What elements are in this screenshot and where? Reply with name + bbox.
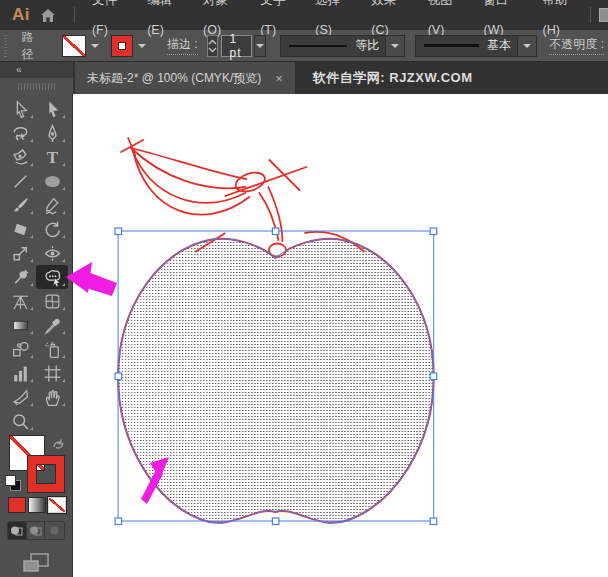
- slice-tool[interactable]: [4, 385, 36, 409]
- blend-tool[interactable]: [4, 337, 36, 361]
- apply-color-button[interactable]: [9, 498, 25, 512]
- eraser-tool-icon: [11, 220, 30, 239]
- direct-selection-tool-icon: [43, 100, 62, 119]
- eraser-tool[interactable]: [4, 217, 36, 241]
- arrange-documents-icon[interactable]: [599, 8, 608, 22]
- fill-color-swatch[interactable]: [63, 36, 85, 56]
- width-profile-dropdown[interactable]: [385, 35, 405, 57]
- apply-gradient-button[interactable]: [29, 498, 45, 512]
- selection-handle[interactable]: [430, 518, 437, 525]
- stroke-weight-dropdown[interactable]: [254, 35, 266, 57]
- opacity-panel-link[interactable]: 不透明度 :: [549, 36, 604, 55]
- tab-close-icon[interactable]: ×: [275, 71, 283, 86]
- shaper-tool[interactable]: [36, 193, 68, 217]
- draw-behind-icon: [29, 525, 42, 536]
- artboard-tool[interactable]: [36, 361, 68, 385]
- brush-select[interactable]: 基本: [415, 35, 537, 57]
- hand-tool-icon: [43, 388, 62, 407]
- artboard-canvas[interactable]: [73, 94, 608, 577]
- draw-inside-icon: [48, 525, 61, 536]
- curvature-tool-icon: [11, 148, 30, 167]
- stepper-up-icon: [208, 39, 217, 45]
- direct-selection-tool[interactable]: [36, 97, 68, 121]
- width-profile-preview: [289, 45, 347, 47]
- pen-tool-icon: [43, 124, 62, 143]
- draw-inside-button[interactable]: [45, 522, 64, 539]
- width-tool[interactable]: [36, 241, 68, 265]
- ellipse-tool[interactable]: [36, 169, 68, 193]
- eyedropper-tool[interactable]: [36, 313, 68, 337]
- selection-handle[interactable]: [115, 373, 122, 380]
- stroke-panel-link[interactable]: 描边 :: [167, 36, 198, 55]
- type-tool[interactable]: [36, 145, 68, 169]
- brush-dropdown[interactable]: [517, 35, 537, 57]
- shape-builder-tool-icon: [43, 268, 62, 287]
- width-tool-icon: [43, 244, 62, 263]
- pen-tool[interactable]: [36, 121, 68, 145]
- selection-handle[interactable]: [272, 518, 279, 525]
- chevron-down-icon: [523, 44, 531, 48]
- fill-stroke-indicator: [0, 436, 72, 494]
- selection-tool[interactable]: [4, 97, 36, 121]
- column-graph-tool[interactable]: [4, 361, 36, 385]
- mesh-tool[interactable]: [36, 289, 68, 313]
- swap-fill-stroke-button[interactable]: [52, 437, 65, 455]
- puppet-warp-tool[interactable]: [4, 265, 36, 289]
- toolbar-grip[interactable]: [0, 78, 73, 94]
- stroke-weight-stepper[interactable]: [207, 35, 218, 57]
- rotate-tool[interactable]: [36, 217, 68, 241]
- menu-items: 文件(F)编辑(E)对象(O)文字(T)选择(S)效果(C)视图(V)窗口(W)…: [83, 0, 590, 30]
- eyedropper-tool-icon: [43, 316, 62, 335]
- type-tool-icon: [43, 148, 62, 167]
- selection-handle[interactable]: [430, 228, 437, 235]
- selection-handle[interactable]: [115, 518, 122, 525]
- lasso-tool-icon: [11, 124, 30, 143]
- draw-normal-icon: [10, 525, 23, 536]
- mesh-tool-icon: [43, 292, 62, 311]
- hand-tool[interactable]: [36, 385, 68, 409]
- chevron-down-icon: [391, 44, 399, 48]
- stroke-color-swatch[interactable]: [112, 36, 132, 56]
- symbol-sprayer-tool[interactable]: [36, 337, 68, 361]
- gradient-tool[interactable]: [4, 313, 36, 337]
- line-segment-tool-icon: [11, 172, 30, 191]
- shape-builder-tool[interactable]: [36, 265, 68, 289]
- tools-panel: [0, 94, 73, 577]
- stroke-weight-input[interactable]: 1 pt: [221, 35, 253, 57]
- change-screen-mode-button[interactable]: [21, 552, 51, 574]
- zoom-tool[interactable]: [4, 409, 36, 433]
- stroke-proxy-swatch[interactable]: [28, 456, 64, 492]
- home-button[interactable]: [40, 8, 56, 23]
- home-icon: [40, 8, 56, 23]
- chevron-down-icon: [91, 44, 99, 48]
- panel-grip[interactable]: [4, 35, 7, 57]
- selection-handle[interactable]: [115, 228, 122, 235]
- fill-swatch-dropdown[interactable]: [88, 36, 102, 56]
- swap-arrows-icon: [52, 439, 65, 451]
- empty-tool-slot: [36, 409, 68, 433]
- stroke-swatch-dropdown[interactable]: [135, 36, 149, 56]
- line-segment-tool[interactable]: [4, 169, 36, 193]
- curvature-tool[interactable]: [4, 145, 36, 169]
- paintbrush-tool[interactable]: [4, 193, 36, 217]
- apply-none-button[interactable]: [49, 498, 65, 512]
- draw-behind-button[interactable]: [27, 522, 46, 539]
- document-tab[interactable]: 未标题-2* @ 100% (CMYK/预览) ×: [75, 62, 295, 94]
- width-profile-select[interactable]: 等比: [280, 35, 405, 57]
- gradient-tool-icon: [11, 316, 30, 335]
- toolbar-collapse-button[interactable]: «: [0, 62, 73, 78]
- drawing-mode-buttons: [7, 521, 65, 540]
- illustrator-logo: Ai: [12, 5, 30, 25]
- watermark-text: 软件自学网: RJZXW.COM: [313, 62, 473, 94]
- zoom-tool-icon: [11, 412, 30, 431]
- perspective-grid-tool[interactable]: [4, 289, 36, 313]
- selection-handle[interactable]: [272, 228, 279, 235]
- default-fill-stroke-button[interactable]: [6, 476, 20, 490]
- column-graph-tool-icon: [11, 364, 30, 383]
- draw-normal-button[interactable]: [8, 522, 27, 539]
- toolbar-header: «: [0, 62, 73, 94]
- scale-tool[interactable]: [4, 241, 36, 265]
- selection-handle[interactable]: [430, 373, 437, 380]
- apple-body-path[interactable]: [118, 239, 434, 523]
- lasso-tool[interactable]: [4, 121, 36, 145]
